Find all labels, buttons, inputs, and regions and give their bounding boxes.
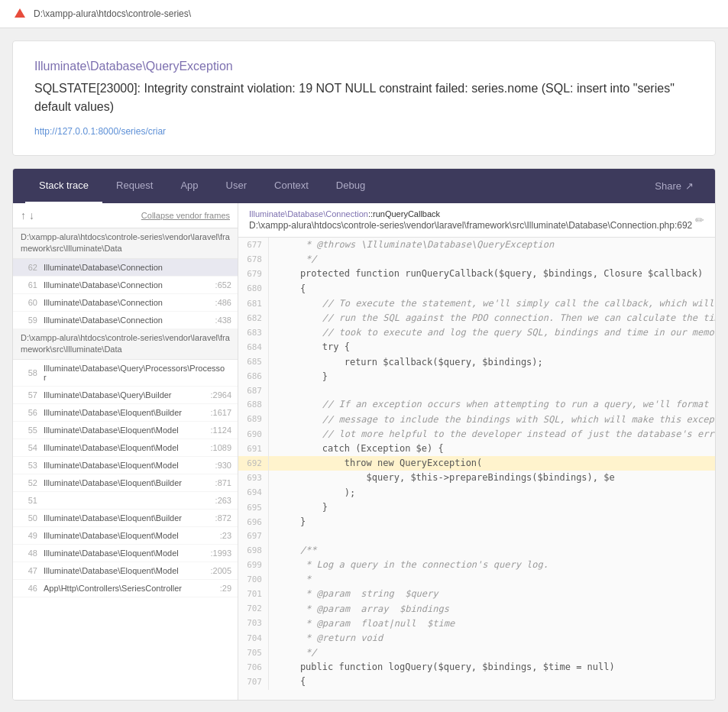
line-number: 693	[238, 471, 269, 485]
frame-line: :930	[215, 461, 231, 470]
tab-debug[interactable]: Debug	[322, 169, 379, 203]
code-line: 682 // run the SQL against the PDO conne…	[238, 311, 715, 325]
share-button[interactable]: Share ↗	[645, 170, 703, 202]
frame-number: 60	[21, 298, 37, 307]
frame-class: Illuminate\Database\Connection	[44, 316, 209, 325]
code-line: 691 catch (Exception $e) {	[238, 442, 715, 456]
code-line: 701 * @param string $query	[238, 587, 715, 601]
code-line: 707 {	[238, 675, 715, 689]
frame-number: 51	[21, 496, 37, 505]
line-code: * Log a query in the connection's query …	[269, 558, 558, 572]
line-number: 696	[238, 515, 269, 529]
frame-row[interactable]: 54Illuminate\Database\Eloquent\Model:108…	[13, 439, 238, 457]
arrow-up-icon[interactable]: ↑	[21, 209, 26, 222]
frame-number: 47	[21, 566, 37, 575]
line-code: // lot more helpful to the developer ins…	[269, 427, 715, 442]
error-link[interactable]: http://127.0.0.1:8000/series/criar	[34, 126, 166, 137]
arrow-down-icon[interactable]: ↓	[29, 209, 34, 222]
frame-row[interactable]: 53Illuminate\Database\Eloquent\Model:930	[13, 457, 238, 474]
frame-row[interactable]: 52Illuminate\Database\Eloquent\Builder:8…	[13, 474, 238, 492]
top-bar: D:\xampp-alura\htdocs\controle-series\	[0, 0, 728, 28]
frame-row[interactable]: 55Illuminate\Database\Eloquent\Model:112…	[13, 422, 238, 439]
line-code: public function logQuery($query, $bindin…	[269, 660, 624, 675]
line-code: * @param float|null $time	[269, 617, 464, 631]
frame-row[interactable]: 62Illuminate\Database\Connection	[13, 259, 238, 277]
code-line: 696 }	[238, 515, 715, 529]
frame-row[interactable]: 48Illuminate\Database\Eloquent\Model:199…	[13, 545, 238, 562]
line-number: 679	[238, 267, 269, 281]
code-line: 683 // took to execute and log the query…	[238, 325, 715, 340]
frame-number: 55	[21, 426, 37, 435]
frame-row[interactable]: 46App\Http\Controllers\SeriesController:…	[13, 580, 238, 597]
collapse-vendor-link[interactable]: Collapse vendor frames	[141, 211, 230, 220]
tab-app[interactable]: App	[167, 169, 212, 203]
code-line: 703 * @param float|null $time	[238, 617, 715, 631]
frame-row[interactable]: 57Illuminate\Database\Query\Builder:2964	[13, 387, 238, 404]
code-line: 689 // message to include the bindings w…	[238, 413, 715, 427]
arrow-buttons: ↑ ↓	[21, 209, 34, 222]
frame-number: 46	[21, 584, 37, 593]
line-code	[269, 384, 287, 398]
frame-row[interactable]: 56Illuminate\Database\Eloquent\Builder:1…	[13, 404, 238, 422]
frame-row[interactable]: 50Illuminate\Database\Eloquent\Builder:8…	[13, 510, 238, 527]
tab-user[interactable]: User	[212, 169, 260, 203]
code-line: 693 $query, $this->prepareBindings($bind…	[238, 471, 715, 485]
code-line: 706 public function logQuery($query, $bi…	[238, 660, 715, 675]
line-code: try {	[269, 340, 359, 354]
code-line: 694 );	[238, 486, 715, 500]
svg-marker-0	[15, 8, 25, 18]
error-message: SQLSTATE[23000]: Integrity constraint vi…	[34, 79, 694, 116]
frame-number: 48	[21, 549, 37, 558]
error-panel: Illuminate\Database\QueryException SQLST…	[12, 40, 716, 156]
line-number: 695	[238, 500, 269, 515]
frame-class: Illuminate\Database\Eloquent\Model	[44, 549, 204, 558]
code-line: 687	[238, 384, 715, 398]
line-number: 702	[238, 602, 269, 617]
frame-line: :871	[215, 478, 231, 487]
frame-line: :29	[220, 584, 231, 593]
code-line: 679 protected function runQueryCallback(…	[238, 267, 715, 281]
frame-class: Illuminate\Database\Eloquent\Builder	[44, 513, 209, 523]
line-number: 689	[238, 413, 269, 427]
frames-list: D:\xampp-alura\htdocs\controle-series\ve…	[13, 228, 238, 597]
line-number: 703	[238, 617, 269, 631]
frame-row[interactable]: 49Illuminate\Database\Eloquent\Model:23	[13, 527, 238, 545]
frame-row[interactable]: 61Illuminate\Database\Connection:652	[13, 277, 238, 294]
code-line: 700 *	[238, 572, 715, 587]
frame-row[interactable]: 59Illuminate\Database\Connection:438	[13, 312, 238, 329]
tab-request[interactable]: Request	[102, 169, 167, 203]
frame-class: Illuminate\Database\Eloquent\Model	[44, 461, 209, 470]
line-number: 705	[238, 646, 269, 660]
tab-stack-trace[interactable]: Stack trace	[25, 169, 102, 203]
frame-row[interactable]: 60Illuminate\Database\Connection:486	[13, 294, 238, 312]
frame-number: 50	[21, 513, 37, 523]
frame-number: 57	[21, 390, 37, 400]
code-line: 680 {	[238, 282, 715, 296]
frame-line: :652	[215, 280, 231, 290]
line-number: 682	[238, 311, 269, 325]
line-number: 692	[238, 456, 269, 471]
code-line: 690 // lot more helpful to the developer…	[238, 427, 715, 442]
frame-file-header: D:\xampp-alura\htdocs\controle-series\ve…	[13, 329, 238, 360]
frame-class: Illuminate\Database\Eloquent\Builder	[44, 478, 209, 487]
frame-line: :486	[215, 298, 231, 307]
code-line: 678 */	[238, 252, 715, 267]
code-line: 702 * @param array $bindings	[238, 602, 715, 617]
frame-line: :1124	[210, 426, 231, 435]
edit-icon[interactable]: ✏	[695, 214, 704, 226]
frame-line: :1089	[210, 443, 231, 452]
code-method: ::runQueryCallback	[368, 209, 440, 218]
line-code: {	[269, 675, 315, 689]
frame-row[interactable]: 47Illuminate\Database\Eloquent\Model:200…	[13, 562, 238, 580]
code-line: 704 * @return void	[238, 631, 715, 646]
line-number: 691	[238, 442, 269, 456]
tab-context[interactable]: Context	[260, 169, 322, 203]
line-code: );	[269, 486, 364, 500]
line-code: catch (Exception $e) {	[269, 442, 453, 456]
line-number: 704	[238, 631, 269, 646]
frame-row[interactable]: 58Illuminate\Database\Query\Processors\P…	[13, 360, 238, 387]
frame-number: 53	[21, 461, 37, 470]
top-bar-path: D:\xampp-alura\htdocs\controle-series\	[34, 8, 191, 19]
frame-row[interactable]: 51:263	[13, 492, 238, 510]
line-number: 686	[238, 370, 269, 384]
